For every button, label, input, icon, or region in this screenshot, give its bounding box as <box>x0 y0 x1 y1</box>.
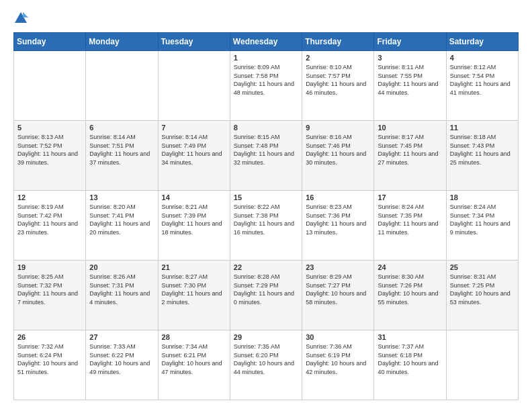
day-info: Sunrise: 8:29 AM Sunset: 7:27 PM Dayligh… <box>306 273 370 306</box>
calendar-week-row: 1Sunrise: 8:09 AM Sunset: 7:58 PM Daylig… <box>14 51 519 121</box>
calendar-week-row: 5Sunrise: 8:13 AM Sunset: 7:52 PM Daylig… <box>14 121 519 191</box>
calendar-cell: 20Sunrise: 8:26 AM Sunset: 7:31 PM Dayli… <box>86 261 158 330</box>
calendar-cell: 6Sunrise: 8:14 AM Sunset: 7:51 PM Daylig… <box>86 121 158 191</box>
calendar-cell: 4Sunrise: 8:12 AM Sunset: 7:54 PM Daylig… <box>446 51 518 121</box>
day-info: Sunrise: 8:12 AM Sunset: 7:54 PM Dayligh… <box>450 63 515 97</box>
day-number: 6 <box>89 124 154 132</box>
day-info: Sunrise: 7:32 AM Sunset: 6:24 PM Dayligh… <box>17 342 82 376</box>
calendar-cell: 24Sunrise: 8:30 AM Sunset: 7:26 PM Dayli… <box>374 261 446 330</box>
day-info: Sunrise: 8:21 AM Sunset: 7:39 PM Dayligh… <box>162 203 226 236</box>
day-header-saturday: Saturday <box>446 33 518 51</box>
calendar-cell: 18Sunrise: 8:24 AM Sunset: 7:34 PM Dayli… <box>446 191 518 261</box>
calendar-cell: 10Sunrise: 8:17 AM Sunset: 7:45 PM Dayli… <box>374 121 446 191</box>
calendar-week-row: 12Sunrise: 8:19 AM Sunset: 7:42 PM Dayli… <box>14 191 519 261</box>
day-number: 4 <box>450 54 515 62</box>
calendar-week-row: 19Sunrise: 8:25 AM Sunset: 7:32 PM Dayli… <box>14 261 519 330</box>
day-header-tuesday: Tuesday <box>158 33 230 51</box>
day-header-wednesday: Wednesday <box>230 33 302 51</box>
day-number: 12 <box>17 193 82 201</box>
day-number: 16 <box>306 193 370 201</box>
day-info: Sunrise: 8:14 AM Sunset: 7:49 PM Dayligh… <box>162 133 226 167</box>
calendar-cell: 15Sunrise: 8:22 AM Sunset: 7:38 PM Dayli… <box>230 191 302 261</box>
day-number: 30 <box>306 333 370 341</box>
day-number: 18 <box>450 193 515 201</box>
logo-icon <box>13 11 28 26</box>
day-header-monday: Monday <box>86 33 158 51</box>
calendar-cell: 27Sunrise: 7:33 AM Sunset: 6:22 PM Dayli… <box>86 330 158 400</box>
day-info: Sunrise: 8:27 AM Sunset: 7:30 PM Dayligh… <box>162 273 226 306</box>
logo <box>13 11 31 26</box>
day-number: 19 <box>17 263 82 271</box>
calendar-cell: 21Sunrise: 8:27 AM Sunset: 7:30 PM Dayli… <box>158 261 230 330</box>
svg-marker-1 <box>23 12 28 17</box>
day-number: 9 <box>306 124 370 132</box>
calendar-table: SundayMondayTuesdayWednesdayThursdayFrid… <box>13 32 519 400</box>
day-number: 1 <box>234 54 298 62</box>
calendar-cell: 22Sunrise: 8:28 AM Sunset: 7:29 PM Dayli… <box>230 261 302 330</box>
day-number: 25 <box>450 263 515 271</box>
calendar-cell: 1Sunrise: 8:09 AM Sunset: 7:58 PM Daylig… <box>230 51 302 121</box>
day-info: Sunrise: 8:11 AM Sunset: 7:55 PM Dayligh… <box>378 63 442 97</box>
day-info: Sunrise: 8:10 AM Sunset: 7:57 PM Dayligh… <box>306 63 370 97</box>
calendar-cell: 8Sunrise: 8:15 AM Sunset: 7:48 PM Daylig… <box>230 121 302 191</box>
day-number: 2 <box>306 54 370 62</box>
day-number: 26 <box>17 333 82 341</box>
day-header-sunday: Sunday <box>14 33 86 51</box>
calendar-cell: 13Sunrise: 8:20 AM Sunset: 7:41 PM Dayli… <box>86 191 158 261</box>
calendar-cell: 23Sunrise: 8:29 AM Sunset: 7:27 PM Dayli… <box>302 261 374 330</box>
day-info: Sunrise: 8:24 AM Sunset: 7:35 PM Dayligh… <box>378 203 442 236</box>
calendar-cell: 26Sunrise: 7:32 AM Sunset: 6:24 PM Dayli… <box>14 330 86 400</box>
day-info: Sunrise: 8:30 AM Sunset: 7:26 PM Dayligh… <box>378 273 442 306</box>
calendar-cell: 30Sunrise: 7:36 AM Sunset: 6:19 PM Dayli… <box>302 330 374 400</box>
day-number: 22 <box>234 263 298 271</box>
calendar-cell: 19Sunrise: 8:25 AM Sunset: 7:32 PM Dayli… <box>14 261 86 330</box>
calendar-cell: 5Sunrise: 8:13 AM Sunset: 7:52 PM Daylig… <box>14 121 86 191</box>
page: SundayMondayTuesdayWednesdayThursdayFrid… <box>0 0 532 411</box>
calendar-cell: 12Sunrise: 8:19 AM Sunset: 7:42 PM Dayli… <box>14 191 86 261</box>
day-info: Sunrise: 8:17 AM Sunset: 7:45 PM Dayligh… <box>378 133 442 167</box>
day-number: 29 <box>234 333 298 341</box>
day-info: Sunrise: 8:23 AM Sunset: 7:36 PM Dayligh… <box>306 203 370 236</box>
day-number: 11 <box>450 124 515 132</box>
day-info: Sunrise: 7:35 AM Sunset: 6:20 PM Dayligh… <box>234 342 298 376</box>
day-info: Sunrise: 7:37 AM Sunset: 6:18 PM Dayligh… <box>378 342 442 376</box>
calendar-cell: 25Sunrise: 8:31 AM Sunset: 7:25 PM Dayli… <box>446 261 518 330</box>
calendar-cell: 9Sunrise: 8:16 AM Sunset: 7:46 PM Daylig… <box>302 121 374 191</box>
day-info: Sunrise: 8:15 AM Sunset: 7:48 PM Dayligh… <box>234 133 298 167</box>
day-info: Sunrise: 8:22 AM Sunset: 7:38 PM Dayligh… <box>234 203 298 236</box>
calendar-cell: 29Sunrise: 7:35 AM Sunset: 6:20 PM Dayli… <box>230 330 302 400</box>
calendar-cell: 3Sunrise: 8:11 AM Sunset: 7:55 PM Daylig… <box>374 51 446 121</box>
calendar-cell: 11Sunrise: 8:18 AM Sunset: 7:43 PM Dayli… <box>446 121 518 191</box>
day-number: 24 <box>378 263 442 271</box>
day-info: Sunrise: 8:19 AM Sunset: 7:42 PM Dayligh… <box>17 203 82 236</box>
day-number: 5 <box>17 124 82 132</box>
calendar-cell: 7Sunrise: 8:14 AM Sunset: 7:49 PM Daylig… <box>158 121 230 191</box>
day-number: 10 <box>378 124 442 132</box>
day-info: Sunrise: 7:33 AM Sunset: 6:22 PM Dayligh… <box>89 342 154 376</box>
day-number: 8 <box>234 124 298 132</box>
day-info: Sunrise: 8:31 AM Sunset: 7:25 PM Dayligh… <box>450 273 515 306</box>
calendar-cell: 14Sunrise: 8:21 AM Sunset: 7:39 PM Dayli… <box>158 191 230 261</box>
day-header-thursday: Thursday <box>302 33 374 51</box>
calendar-cell <box>158 51 230 121</box>
day-number: 28 <box>162 333 226 341</box>
calendar-cell: 31Sunrise: 7:37 AM Sunset: 6:18 PM Dayli… <box>374 330 446 400</box>
calendar-cell: 16Sunrise: 8:23 AM Sunset: 7:36 PM Dayli… <box>302 191 374 261</box>
day-number: 3 <box>378 54 442 62</box>
day-info: Sunrise: 8:16 AM Sunset: 7:46 PM Dayligh… <box>306 133 370 167</box>
day-info: Sunrise: 8:20 AM Sunset: 7:41 PM Dayligh… <box>89 203 154 236</box>
day-info: Sunrise: 8:13 AM Sunset: 7:52 PM Dayligh… <box>17 133 82 167</box>
day-number: 20 <box>89 263 154 271</box>
day-header-friday: Friday <box>374 33 446 51</box>
day-number: 17 <box>378 193 442 201</box>
day-info: Sunrise: 8:25 AM Sunset: 7:32 PM Dayligh… <box>17 273 82 306</box>
calendar-header-row: SundayMondayTuesdayWednesdayThursdayFrid… <box>14 33 519 51</box>
calendar-cell: 17Sunrise: 8:24 AM Sunset: 7:35 PM Dayli… <box>374 191 446 261</box>
day-info: Sunrise: 8:18 AM Sunset: 7:43 PM Dayligh… <box>450 133 515 167</box>
day-number: 21 <box>162 263 226 271</box>
calendar-cell: 28Sunrise: 7:34 AM Sunset: 6:21 PM Dayli… <box>158 330 230 400</box>
day-number: 27 <box>89 333 154 341</box>
day-info: Sunrise: 7:34 AM Sunset: 6:21 PM Dayligh… <box>162 342 226 376</box>
calendar-week-row: 26Sunrise: 7:32 AM Sunset: 6:24 PM Dayli… <box>14 330 519 400</box>
day-info: Sunrise: 8:26 AM Sunset: 7:31 PM Dayligh… <box>89 273 154 306</box>
